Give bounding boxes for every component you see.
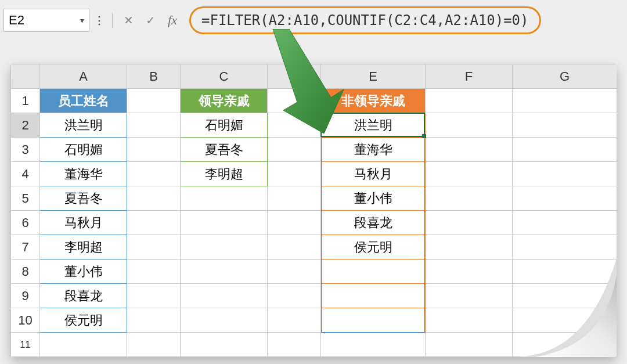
col-header-A[interactable]: A [40, 64, 127, 89]
cell[interactable] [181, 260, 268, 284]
worksheet[interactable]: A B C D E F G 1 员工姓名 领导亲戚 非领导亲戚 2 洪兰明 石明… [10, 64, 617, 357]
select-all-corner[interactable] [11, 64, 40, 89]
row-header[interactable]: 2 [11, 113, 40, 138]
row-header[interactable]: 3 [11, 138, 40, 162]
cell-A10[interactable]: 侯元明 [40, 308, 127, 333]
cell[interactable] [181, 211, 268, 235]
cell-E6[interactable]: 段喜龙 [321, 211, 426, 235]
row-header[interactable]: 4 [11, 162, 40, 186]
cell-C3[interactable]: 夏吾冬 [181, 138, 268, 162]
cell[interactable] [268, 284, 321, 308]
cell[interactable] [426, 113, 513, 138]
cell-E9[interactable] [321, 284, 426, 308]
cell[interactable] [426, 260, 513, 284]
cell[interactable] [181, 284, 268, 308]
cell[interactable] [513, 113, 617, 138]
cell[interactable] [513, 333, 617, 357]
cell[interactable] [127, 260, 181, 284]
cell[interactable] [268, 260, 321, 284]
cell[interactable] [513, 211, 617, 235]
cell[interactable] [127, 113, 181, 138]
cell-A2[interactable]: 洪兰明 [40, 113, 127, 138]
cell[interactable] [127, 162, 181, 186]
row-header[interactable]: 1 [11, 89, 40, 113]
row-header[interactable]: 7 [11, 235, 40, 260]
drag-handle-icon[interactable]: ⋮ [94, 14, 105, 27]
row-header[interactable]: 8 [11, 260, 40, 284]
col-header-G[interactable]: G [513, 64, 617, 89]
cell[interactable] [513, 284, 617, 308]
cell[interactable] [426, 162, 513, 186]
cell-E8[interactable] [321, 260, 426, 284]
row-header[interactable]: 10 [11, 308, 40, 333]
cell-A4[interactable]: 董海华 [40, 162, 127, 186]
cell[interactable] [513, 186, 617, 211]
header-employees[interactable]: 员工姓名 [40, 89, 127, 113]
cell-A3[interactable]: 石明媚 [40, 138, 127, 162]
cell[interactable] [426, 211, 513, 235]
cell[interactable] [127, 235, 181, 260]
cell[interactable] [426, 308, 513, 333]
cell-A5[interactable]: 夏吾冬 [40, 186, 127, 211]
cell[interactable] [513, 162, 617, 186]
cell[interactable] [426, 284, 513, 308]
cell[interactable] [127, 138, 181, 162]
cell-E5[interactable]: 董小伟 [321, 186, 426, 211]
cell-E3[interactable]: 董海华 [321, 138, 426, 162]
header-relatives[interactable]: 领导亲戚 [181, 89, 268, 113]
cell[interactable] [268, 308, 321, 333]
cell[interactable] [268, 186, 321, 211]
cell-C2[interactable]: 石明媚 [181, 113, 268, 138]
col-header-B[interactable]: B [127, 64, 181, 89]
row-header[interactable]: 5 [11, 186, 40, 211]
name-box[interactable]: E2 ▾ [3, 9, 89, 32]
cell[interactable] [513, 235, 617, 260]
cell[interactable] [513, 308, 617, 333]
cell[interactable] [181, 333, 268, 357]
cell[interactable] [268, 333, 321, 357]
cell-A7[interactable]: 李明超 [40, 235, 127, 260]
cell[interactable] [127, 211, 181, 235]
cell[interactable] [181, 235, 268, 260]
cell[interactable] [268, 138, 321, 162]
cell-E10[interactable] [321, 308, 426, 333]
col-header-F[interactable]: F [426, 64, 513, 89]
cell[interactable] [268, 162, 321, 186]
chevron-down-icon[interactable]: ▾ [80, 16, 84, 25]
col-header-E[interactable]: E [321, 64, 426, 89]
cell[interactable] [127, 333, 181, 357]
cell[interactable] [426, 186, 513, 211]
col-header-D[interactable]: D [268, 64, 321, 89]
cell-C4[interactable]: 李明超 [181, 162, 268, 186]
cell[interactable] [426, 333, 513, 357]
row-header[interactable]: 6 [11, 211, 40, 235]
cell[interactable] [426, 89, 513, 113]
cell[interactable] [513, 260, 617, 284]
cell-A9[interactable]: 段喜龙 [40, 284, 127, 308]
cell[interactable] [127, 186, 181, 211]
cell-E7[interactable]: 侯元明 [321, 235, 426, 260]
cell[interactable] [268, 235, 321, 260]
cell[interactable] [268, 113, 321, 138]
cell-E4[interactable]: 马秋月 [321, 162, 426, 186]
formula-text[interactable]: =FILTER(A2:A10,COUNTIF(C2:C4,A2:A10)=0) [201, 12, 529, 28]
cell-A6[interactable]: 马秋月 [40, 211, 127, 235]
cell-A8[interactable]: 董小伟 [40, 260, 127, 284]
cell[interactable] [426, 235, 513, 260]
row-header[interactable]: 9 [11, 284, 40, 308]
cell-E2[interactable]: 洪兰明 [321, 113, 426, 138]
header-non-relatives[interactable]: 非领导亲戚 [321, 89, 426, 113]
cell[interactable] [127, 308, 181, 333]
confirm-formula-button[interactable]: ✓ [142, 12, 159, 28]
cell[interactable] [40, 333, 127, 357]
row-header[interactable]: 11 [11, 333, 40, 357]
cell[interactable] [127, 284, 181, 308]
spreadsheet-grid[interactable]: A B C D E F G 1 员工姓名 领导亲戚 非领导亲戚 2 洪兰明 石明… [10, 64, 617, 357]
col-header-C[interactable]: C [181, 64, 268, 89]
cell[interactable] [513, 89, 617, 113]
cell[interactable] [268, 211, 321, 235]
cell[interactable] [268, 89, 321, 113]
cancel-formula-button[interactable]: ✕ [120, 12, 137, 28]
cell[interactable] [127, 89, 181, 113]
insert-function-button[interactable]: fx [164, 12, 181, 28]
